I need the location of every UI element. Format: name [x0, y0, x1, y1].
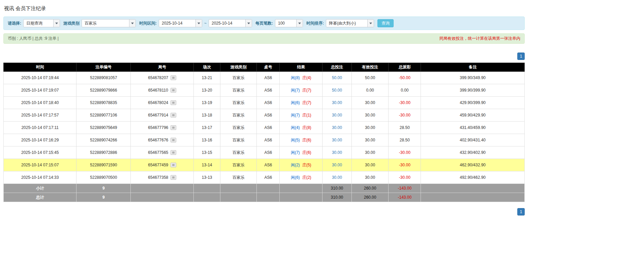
total-bet-link[interactable]: 30.00 [332, 113, 342, 118]
total-bet-link[interactable]: 50.00 [332, 88, 342, 93]
cell-table-number: AS6 [257, 72, 280, 84]
result-player: 闲(8) [291, 75, 300, 80]
replay-icon[interactable] [171, 113, 176, 118]
col-header-game-type: 游戏类别 [220, 63, 257, 72]
empty-cell [257, 193, 280, 202]
subtotal-total-bet: 310.00 [323, 184, 352, 193]
cell-time: 2025-10-14 07:17:57 [4, 109, 76, 122]
total-count: 9 [76, 193, 131, 202]
page-size-input[interactable] [275, 20, 296, 27]
result-banker: 庄(7) [302, 88, 311, 93]
total-bet-link[interactable]: 30.00 [332, 150, 342, 155]
cell-result: 闲(6) 庄(2) [280, 171, 323, 184]
replay-icon[interactable] [171, 88, 176, 93]
pagination-bottom: 1 [3, 208, 525, 216]
cell-total-bet: 30.00 [323, 146, 352, 159]
total-bet-link[interactable]: 30.00 [332, 138, 342, 142]
round-number: 654678110 [148, 88, 168, 93]
date-to-combo [209, 19, 252, 27]
replay-icon[interactable] [171, 75, 176, 80]
cell-round: 654677358 [131, 171, 194, 184]
cell-total-bet: 30.00 [323, 171, 352, 184]
chevron-down-icon [247, 23, 250, 24]
cell-table-number: AS6 [257, 97, 280, 109]
cell-bet-id: 522889079866 [76, 84, 131, 97]
cell-valid-bet: 30.00 [351, 146, 389, 159]
page-title: 视讯 会员下注纪录 [3, 3, 525, 16]
page-1-button[interactable]: 1 [517, 208, 525, 216]
cell-payout: 28.50 [389, 134, 421, 146]
cell-game-type: 百家乐 [220, 97, 257, 109]
total-bet-link[interactable]: 50.00 [332, 75, 342, 80]
total-bet-link[interactable]: 30.00 [332, 175, 342, 180]
cell-payout: -30.00 [389, 146, 421, 159]
result-player: 闲(6) [291, 100, 300, 105]
col-header-session: 场次 [194, 63, 220, 72]
cell-remark: 399.90/349.90 [421, 72, 525, 84]
col-header-remark: 备注 [421, 63, 525, 72]
cell-payout: -30.00 [389, 109, 421, 122]
date-from-input[interactable] [159, 20, 195, 27]
currency-summary-text: 币别 : 人民币 | 总共 :9 注单 | [8, 36, 59, 41]
empty-cell [280, 184, 323, 193]
cell-game-type: 百家乐 [220, 159, 257, 171]
filter-bar: 请选择: 游戏类别 时间区间: ~ 每页笔数: 时间排序: [3, 16, 525, 30]
cell-round: 654678110 [131, 84, 194, 97]
cell-result: 闲(7) 庄(7) [280, 84, 323, 97]
result-player: 闲(5) [291, 138, 300, 142]
result-banker: 庄(5) [302, 163, 311, 167]
result-player: 闲(4) [291, 125, 300, 130]
cell-total-bet: 50.00 [323, 72, 352, 84]
table-row: 2025-10-14 07:15:07 522889071590 6546774… [4, 159, 525, 171]
cell-valid-bet: 30.00 [351, 122, 389, 134]
replay-icon[interactable] [171, 125, 176, 130]
subtotal-payout: -143.00 [389, 184, 421, 193]
total-row: 总计 9 310.00 260.00 -143.00 [4, 193, 525, 202]
total-bet-link[interactable]: 30.00 [332, 163, 342, 167]
cell-round: 654678024 [131, 97, 194, 109]
page-1-button[interactable]: 1 [517, 53, 525, 60]
chevron-down-icon [197, 23, 200, 24]
cell-total-bet: 30.00 [323, 159, 352, 171]
cell-table-number: AS6 [257, 109, 280, 122]
table-row: 2025-10-14 07:14:33 522889070500 6546773… [4, 171, 525, 184]
cell-payout: -30.00 [389, 159, 421, 171]
cell-session: 13-19 [194, 97, 220, 109]
empty-cell [131, 193, 194, 202]
result-player: 闲(6) [291, 175, 300, 180]
empty-cell [220, 184, 257, 193]
cell-payout: 0.00 [389, 84, 421, 97]
replay-icon[interactable] [171, 100, 176, 105]
sort-order-dropdown-button[interactable] [367, 20, 374, 27]
replay-icon[interactable] [171, 163, 176, 167]
select-type-input[interactable] [24, 20, 53, 27]
replay-icon[interactable] [171, 150, 176, 155]
total-label: 总计 [4, 193, 76, 202]
cell-valid-bet: 30.00 [351, 171, 389, 184]
subtotal-valid-bet: 260.00 [351, 184, 389, 193]
replay-icon[interactable] [171, 138, 176, 142]
replay-icon[interactable] [171, 175, 176, 180]
game-type-input[interactable] [82, 20, 129, 27]
select-type-dropdown-button[interactable] [53, 20, 60, 27]
cell-time: 2025-10-14 07:19:07 [4, 84, 76, 97]
sort-order-input[interactable] [326, 20, 367, 27]
game-type-dropdown-button[interactable] [129, 20, 135, 27]
date-to-dropdown-button[interactable] [245, 20, 252, 27]
total-bet-link[interactable]: 30.00 [332, 100, 342, 105]
cell-round: 654677459 [131, 159, 194, 171]
table-row: 2025-10-14 07:17:57 522889077106 6546779… [4, 109, 525, 122]
cell-remark: 402.90/431.40 [421, 134, 525, 146]
date-to-input[interactable] [209, 20, 245, 27]
search-button[interactable]: 查询 [377, 19, 394, 27]
table-row: 2025-10-14 07:16:29 522889074266 6546776… [4, 134, 525, 146]
date-from-dropdown-button[interactable] [195, 20, 202, 27]
total-bet-link[interactable]: 30.00 [332, 125, 342, 130]
page-size-dropdown-button[interactable] [296, 20, 303, 27]
cell-bet-id: 522889070500 [76, 171, 131, 184]
cell-total-bet: 30.00 [323, 109, 352, 122]
chevron-down-icon [131, 23, 134, 24]
bet-records-table: 时间 注单编号 局号 场次 游戏类别 桌号 结果 总投注 有效投注 总派彩 备注… [3, 63, 525, 202]
round-number: 654677796 [148, 125, 168, 130]
main-container: 视讯 会员下注纪录 请选择: 游戏类别 时间区间: ~ 每页笔数: 时间排序: [0, 0, 525, 226]
